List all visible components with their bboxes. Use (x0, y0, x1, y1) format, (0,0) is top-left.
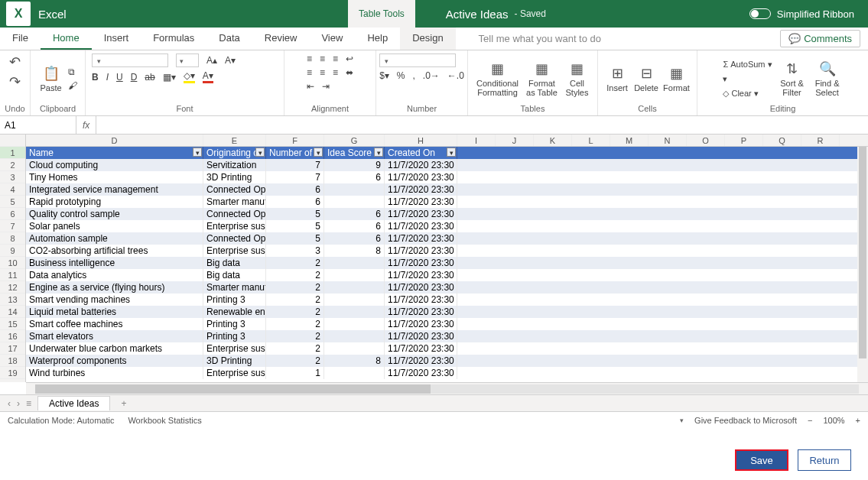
zoom-in-button[interactable]: + (856, 416, 860, 425)
cell[interactable]: Quality control sample (26, 208, 203, 220)
cell[interactable]: Smart coffee machines (26, 318, 203, 330)
decrease-decimal-icon[interactable]: ←.0 (447, 70, 464, 81)
decrease-font-icon[interactable]: A▾ (225, 55, 236, 66)
cell-styles-button[interactable]: ▦Cell Styles (564, 60, 591, 97)
table-row[interactable]: Smart coffee machinesPrinting 3211/7/202… (26, 318, 868, 330)
cell[interactable]: Liquid metal batteries (26, 306, 203, 318)
zoom-level[interactable]: 100% (823, 416, 844, 425)
column-header[interactable]: I (457, 135, 496, 146)
save-button[interactable]: Save (735, 449, 788, 471)
font-name-select[interactable]: ▾ (92, 54, 168, 67)
cell[interactable]: Cloud computing (26, 159, 203, 171)
row-header[interactable]: 13 (0, 294, 25, 306)
cell[interactable]: 11/7/2020 23:30 (385, 220, 457, 232)
border-button[interactable]: ▦▾ (163, 72, 176, 83)
cell[interactable]: Big data (203, 269, 266, 281)
cell[interactable] (324, 318, 385, 330)
merge-icon[interactable]: ⬌ (346, 67, 353, 78)
fx-icon[interactable]: fx (76, 116, 96, 134)
calculation-mode-label[interactable]: Calculation Mode: Automatic (8, 416, 114, 425)
cell[interactable]: 7 (266, 159, 324, 171)
format-as-table-button[interactable]: ▦Format as Table (525, 60, 559, 97)
italic-button[interactable]: I (106, 72, 109, 83)
cell[interactable]: Enterprise susta (203, 220, 266, 232)
table-row[interactable]: Rapid prototypingSmarter manufa611/7/202… (26, 196, 868, 208)
tab-data[interactable]: Data (206, 28, 252, 50)
increase-font-icon[interactable]: A▴ (206, 55, 217, 66)
cell[interactable]: 5 (266, 220, 324, 232)
table-row[interactable]: Smart vending machinesPrinting 3211/7/20… (26, 294, 868, 306)
cell[interactable]: 11/7/2020 23:30 (385, 159, 457, 171)
filter-dropdown-icon[interactable]: ▾ (255, 148, 265, 157)
table-header-cell[interactable]: Idea Score▾ (324, 147, 385, 159)
cell[interactable]: 2 (266, 342, 324, 355)
align-center-icon[interactable]: ≡ (320, 67, 325, 78)
cell[interactable]: 11/7/2020 23:30 (385, 355, 457, 367)
cell[interactable]: 11/7/2020 23:30 (385, 367, 457, 379)
row-header[interactable]: 17 (0, 342, 25, 355)
row-header[interactable]: 4 (0, 183, 25, 196)
row-header[interactable]: 10 (0, 257, 25, 269)
cell[interactable]: 5 (266, 232, 324, 245)
cell[interactable]: 11/7/2020 23:30 (385, 342, 457, 355)
table-row[interactable]: Automation sampleConnected Oper5611/7/20… (26, 232, 868, 245)
copy-icon[interactable]: ⧉ (68, 66, 75, 77)
cell[interactable]: Solar panels (26, 220, 203, 232)
zoom-out-button[interactable]: − (808, 416, 812, 425)
decrease-indent-icon[interactable]: ⇤ (307, 81, 314, 92)
cell[interactable]: 2 (266, 318, 324, 330)
cell[interactable]: Smarter manufa (203, 281, 266, 294)
table-header-cell[interactable]: Number of V▾ (266, 147, 324, 159)
undo-icon[interactable]: ↶ (9, 54, 21, 70)
cell[interactable]: 11/7/2020 23:30 (385, 318, 457, 330)
table-row[interactable]: Engine as a service (flying hours)Smarte… (26, 281, 868, 294)
cell[interactable]: Servitization (203, 159, 266, 171)
filter-dropdown-icon[interactable]: ▾ (374, 148, 383, 157)
table-row[interactable]: Cloud computingServitization7911/7/2020 … (26, 159, 868, 171)
row-header[interactable]: 12 (0, 281, 25, 294)
cell[interactable]: 5 (266, 208, 324, 220)
column-header[interactable]: L (572, 135, 610, 146)
underline-button[interactable]: U (116, 72, 123, 83)
cell[interactable] (324, 269, 385, 281)
cell[interactable]: Smart vending machines (26, 294, 203, 306)
font-color-button[interactable]: A▾ (203, 70, 213, 83)
cell[interactable]: Connected Oper (203, 183, 266, 196)
column-header[interactable]: Q (763, 135, 801, 146)
align-left-icon[interactable]: ≡ (307, 67, 312, 78)
cell[interactable] (324, 281, 385, 294)
table-row[interactable]: Waterproof components3D Printing2811/7/2… (26, 355, 868, 367)
increase-indent-icon[interactable]: ⇥ (322, 81, 330, 92)
number-format-select[interactable]: ▾ (379, 54, 456, 67)
sheet-tab-active[interactable]: Active Ideas (37, 396, 110, 410)
strikethrough-button[interactable]: ab (145, 72, 154, 83)
cell[interactable]: Printing 3 (203, 318, 266, 330)
cell[interactable]: 11/7/2020 23:30 (385, 232, 457, 245)
table-row[interactable]: Quality control sampleConnected Oper5611… (26, 208, 868, 220)
cell[interactable]: Enterprise susta (203, 367, 266, 379)
cell[interactable]: Automation sample (26, 232, 203, 245)
cell[interactable] (324, 342, 385, 355)
column-header[interactable]: E (203, 135, 266, 146)
cell[interactable]: 2 (266, 281, 324, 294)
tab-help[interactable]: Help (355, 28, 400, 50)
row-header[interactable]: 5 (0, 196, 25, 208)
cell[interactable]: Rapid prototyping (26, 196, 203, 208)
table-row[interactable]: CO2-absorbing artificial treesEnterprise… (26, 245, 868, 257)
cell[interactable]: Underwater blue carbon markets (26, 342, 203, 355)
row-header[interactable]: 15 (0, 318, 25, 330)
cell[interactable]: CO2-absorbing artificial trees (26, 245, 203, 257)
select-all-corner[interactable] (0, 135, 25, 147)
clear-button[interactable]: ◇ Clear ▾ (723, 89, 758, 99)
insert-cells-button[interactable]: ⊞Insert (605, 65, 629, 92)
tab-design[interactable]: Design (400, 28, 455, 50)
conditional-formatting-button[interactable]: ▦Conditional Formatting (475, 60, 521, 97)
column-header[interactable]: M (610, 135, 649, 146)
cell[interactable]: 11/7/2020 23:30 (385, 269, 457, 281)
cell[interactable]: 2 (266, 257, 324, 269)
cell[interactable]: Connected Oper (203, 208, 266, 220)
horizontal-scrollbar[interactable] (26, 382, 868, 394)
cell[interactable]: 2 (266, 294, 324, 306)
cell[interactable]: 9 (324, 159, 385, 171)
bold-button[interactable]: B (92, 72, 99, 83)
